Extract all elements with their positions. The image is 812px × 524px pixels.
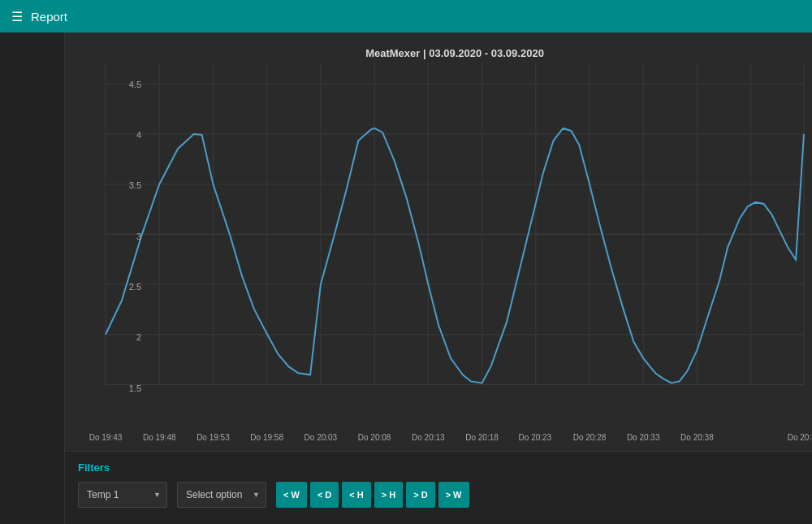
app-title: Report [31, 10, 67, 24]
prev-week-button[interactable]: < W [276, 482, 307, 508]
y-label-1-5: 1.5 [129, 383, 141, 393]
next-day-button[interactable]: > D [406, 482, 434, 508]
x-label-7: Do 20:18 [465, 433, 499, 442]
x-label-6: Do 20:13 [412, 433, 445, 442]
y-label-4-5: 4.5 [129, 80, 141, 89]
prev-hour-button[interactable]: < H [342, 482, 370, 508]
header: ☰ Report [0, 0, 812, 32]
next-hour-button[interactable]: > H [374, 482, 403, 508]
temp-select-wrapper: Temp 1 Temp 2 Temp 3 [78, 482, 167, 508]
next-week-button[interactable]: > W [438, 482, 469, 508]
x-label-11: Do 20:38 [680, 433, 714, 442]
chart-wrap: 4.5 4 3.5 3 2.5 2 1.5 [106, 63, 804, 424]
x-label-9: Do 20:28 [573, 433, 607, 442]
chart-title: MeatMexer | 03.09.2020 - 03.09.2020 [106, 41, 804, 63]
prev-day-button[interactable]: < D [310, 482, 339, 508]
sidebar [0, 32, 65, 524]
y-label-4: 4 [136, 130, 141, 140]
x-label-1: Do 19:48 [143, 433, 176, 442]
x-label-12: Do 20:44 [788, 433, 812, 442]
chart-line [106, 128, 804, 383]
y-label-2-5: 2.5 [129, 282, 141, 292]
option-select-wrapper: Select option Option 1 Option 2 [177, 482, 266, 508]
temp-select[interactable]: Temp 1 Temp 2 Temp 3 [78, 482, 167, 508]
x-label-2: Do 19:53 [197, 433, 230, 442]
x-label-8: Do 20:23 [519, 433, 552, 442]
main-content: MeatMexer | 03.09.2020 - 03.09.2020 4.5 … [65, 32, 812, 524]
y-label-3: 3 [136, 232, 141, 241]
filters-row: Temp 1 Temp 2 Temp 3 Select option Optio… [78, 482, 799, 508]
filters-panel: Filters Temp 1 Temp 2 Temp 3 Select opti… [65, 451, 812, 524]
x-label-4: Do 20:03 [304, 433, 338, 442]
x-label-10: Do 20:33 [627, 433, 660, 442]
filters-label: Filters [78, 461, 799, 474]
menu-icon[interactable]: ☰ [11, 9, 23, 24]
y-label-3-5: 3.5 [129, 180, 141, 190]
x-label-5: Do 20:08 [358, 433, 391, 442]
nav-buttons-group: < W < D < H > H > D > W [276, 482, 469, 508]
y-label-2: 2 [136, 332, 141, 342]
x-label-0: Do 19:43 [89, 433, 123, 442]
chart-container: MeatMexer | 03.09.2020 - 03.09.2020 4.5 … [65, 32, 812, 451]
x-label-3: Do 19:58 [250, 433, 283, 442]
chart-svg [106, 63, 804, 424]
option-select[interactable]: Select option Option 1 Option 2 [177, 482, 266, 508]
